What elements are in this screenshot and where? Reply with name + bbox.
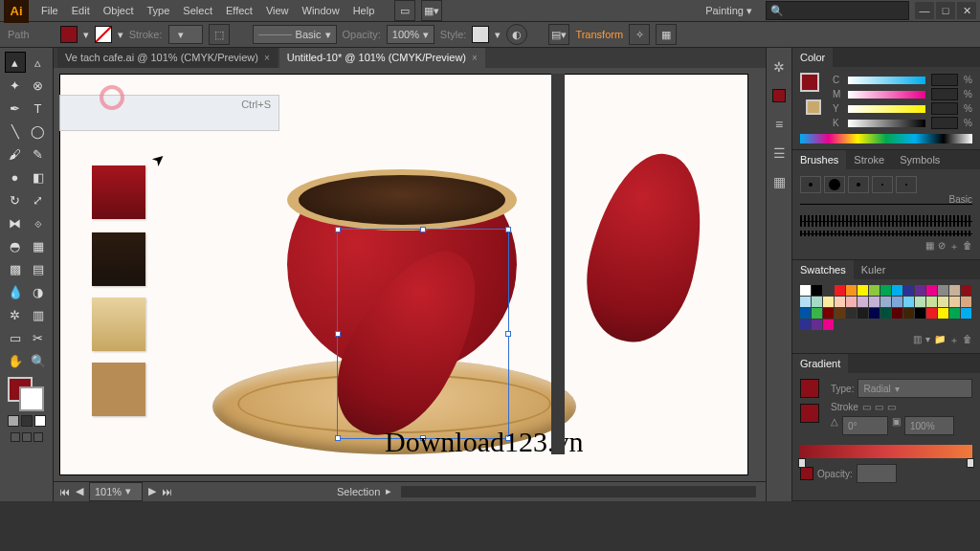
menu-window[interactable]: Window xyxy=(296,0,346,21)
swatch-cell[interactable] xyxy=(846,285,857,296)
zoom-input[interactable]: 101%▾ xyxy=(89,482,143,501)
close-icon[interactable]: × xyxy=(472,53,478,63)
swatch-cell[interactable] xyxy=(835,285,845,296)
swatch-cell[interactable] xyxy=(812,308,822,319)
close-icon[interactable]: × xyxy=(264,53,270,63)
swatch-cell[interactable] xyxy=(915,285,925,296)
new-group-icon[interactable]: 📁 xyxy=(934,334,946,347)
gradient-type-select[interactable]: Radial▾ xyxy=(858,379,972,398)
swatch-cell[interactable] xyxy=(961,285,971,296)
swatch-cell[interactable] xyxy=(823,285,834,296)
swatch-cell[interactable] xyxy=(903,308,914,319)
swatch-cell[interactable] xyxy=(823,308,834,319)
nav-next-icon[interactable]: ▶ xyxy=(148,485,156,497)
swatch-cell[interactable] xyxy=(858,308,868,319)
swatch-cell[interactable] xyxy=(800,297,811,307)
swatch-cell[interactable] xyxy=(869,285,880,296)
rotate-tool-icon[interactable]: ↻ xyxy=(5,189,26,210)
swatch-cell[interactable] xyxy=(961,308,971,319)
swatch-cell[interactable] xyxy=(892,285,902,296)
swatch-cell[interactable] xyxy=(961,297,971,307)
menu-edit[interactable]: Edit xyxy=(65,0,97,21)
swatch-cell[interactable] xyxy=(926,297,937,307)
selection-bounds[interactable] xyxy=(337,229,509,439)
window-close-icon[interactable]: ✕ xyxy=(957,2,976,19)
new-swatch-icon[interactable]: ＋ xyxy=(949,334,959,347)
workspace-switcher[interactable]: Painting▾ xyxy=(698,5,760,17)
chevron-right-icon[interactable]: ▸ xyxy=(386,485,391,497)
swatch-cell[interactable] xyxy=(926,308,937,319)
swatch-cell[interactable] xyxy=(903,297,914,307)
swatch-cell[interactable] xyxy=(880,308,891,319)
arrange-docs-icon[interactable]: ▦▾ xyxy=(421,0,442,21)
search-input[interactable]: 🔍 xyxy=(766,1,909,20)
swatch-cell[interactable] xyxy=(949,285,960,296)
swatch-cell[interactable] xyxy=(846,297,857,307)
swatch-cell[interactable] xyxy=(915,308,925,319)
swatch-cell[interactable] xyxy=(858,285,868,296)
swatch-cell[interactable] xyxy=(949,297,960,307)
stroke-fill-icon[interactable]: ▭ xyxy=(862,402,871,412)
paintbrush-tool-icon[interactable]: 🖌 xyxy=(5,143,26,165)
pencil-tool-icon[interactable]: ✎ xyxy=(28,143,49,165)
magic-wand-tool-icon[interactable]: ✦ xyxy=(5,75,26,96)
menu-effect[interactable]: Effect xyxy=(219,0,259,21)
brush-preset[interactable] xyxy=(800,176,821,193)
swatch-cell[interactable] xyxy=(869,297,880,307)
swatch-cell[interactable] xyxy=(823,297,834,307)
panel-tab-kuler[interactable]: Kuler xyxy=(854,260,894,279)
swatch-cell[interactable] xyxy=(926,285,937,296)
isolation-mode-icon[interactable]: ✧ xyxy=(629,24,650,45)
nav-prev-icon[interactable]: ◀ xyxy=(76,485,83,497)
gradient-ramp[interactable] xyxy=(800,445,972,458)
options-icon[interactable]: ▦ xyxy=(656,24,677,45)
color-mode-minis[interactable] xyxy=(8,415,46,427)
swatch-cell[interactable] xyxy=(800,285,811,296)
window-minimize-icon[interactable]: — xyxy=(915,2,934,19)
scale-tool-icon[interactable]: ⤢ xyxy=(28,189,49,210)
swatch-cell[interactable] xyxy=(846,308,857,319)
paragraph-panel-icon[interactable]: ☰ xyxy=(769,143,789,163)
panel-tab-stroke[interactable]: Stroke xyxy=(846,150,892,169)
swatch-cell[interactable] xyxy=(880,285,891,296)
horizontal-scrollbar[interactable] xyxy=(401,486,756,497)
line-tool-icon[interactable]: ╲ xyxy=(5,121,26,142)
fill-swatch[interactable] xyxy=(60,26,78,43)
recolor-artwork-icon[interactable]: ◐ xyxy=(506,24,527,45)
vertical-scrollbar[interactable] xyxy=(551,74,565,454)
brushes-menu-icon[interactable]: ▦ xyxy=(925,240,934,253)
swatch-cell[interactable] xyxy=(949,308,960,319)
swatch-cell[interactable] xyxy=(938,308,948,319)
swatch-cell[interactable] xyxy=(812,285,822,296)
hand-tool-icon[interactable]: ✋ xyxy=(5,350,26,371)
swatch-cell[interactable] xyxy=(800,308,811,319)
stroke-along-icon[interactable]: ▭ xyxy=(875,402,883,412)
artboard[interactable]: Ctrl+S ➤ Download123.vn xyxy=(59,74,748,475)
fill-stroke-indicator[interactable] xyxy=(8,377,46,411)
gradient-tool-icon[interactable]: ▤ xyxy=(28,258,49,279)
document-tab-0[interactable]: Ve tach cafe.ai @ 101% (CMYK/Preview)× xyxy=(57,48,278,68)
swatch-cell[interactable] xyxy=(880,297,891,307)
panel-tab-gradient[interactable]: Gradient xyxy=(792,354,848,373)
transform-link[interactable]: Transform xyxy=(575,29,623,40)
pen-tool-icon[interactable]: ✒ xyxy=(5,98,26,119)
swatch-cell[interactable] xyxy=(892,297,902,307)
nav-last-icon[interactable]: ⏭ xyxy=(162,486,172,497)
delete-swatch-icon[interactable]: 🗑 xyxy=(963,334,972,347)
artboard-tool-icon[interactable]: ▭ xyxy=(5,327,26,348)
swatch-cell[interactable] xyxy=(869,308,880,319)
chevron-down-icon[interactable]: ▾ xyxy=(495,29,501,41)
swatch-cell[interactable] xyxy=(938,297,948,307)
swatch-cell[interactable] xyxy=(835,308,845,319)
menu-help[interactable]: Help xyxy=(346,0,382,21)
free-transform-tool-icon[interactable]: ⟐ xyxy=(28,212,49,233)
chevron-down-icon[interactable]: ▾ xyxy=(118,29,123,41)
swatch-libraries-icon[interactable]: ▥ xyxy=(913,334,922,347)
slice-tool-icon[interactable]: ✂ xyxy=(28,327,49,348)
graphic-style-swatch[interactable] xyxy=(472,26,489,43)
gradient-opacity-input[interactable] xyxy=(857,464,897,483)
align-icon[interactable]: ▤▾ xyxy=(548,24,569,45)
remove-brush-icon[interactable]: ⊘ xyxy=(938,240,946,253)
panel-tab-swatches[interactable]: Swatches xyxy=(792,260,854,279)
stroke-swatch[interactable] xyxy=(95,26,112,43)
